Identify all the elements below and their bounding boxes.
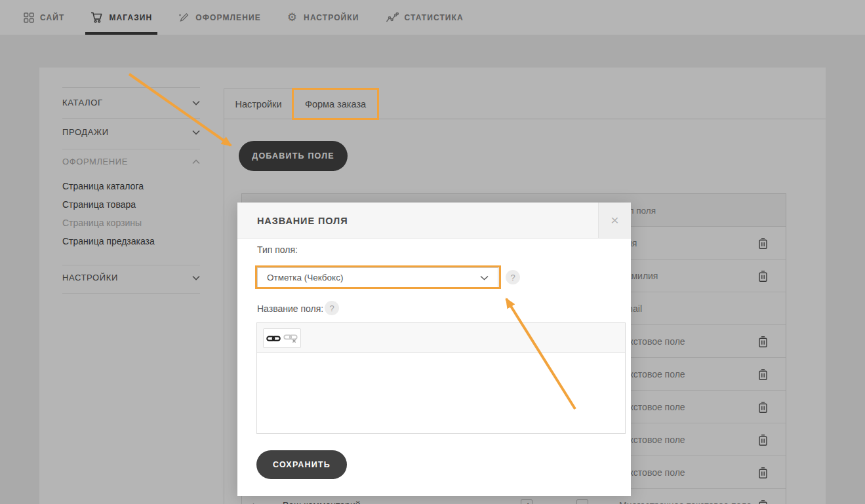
field-type-selected-value: Отметка (Чекбокс) <box>267 273 343 282</box>
save-button[interactable]: СОХРАНИТЬ <box>256 450 347 479</box>
dialog-header: НАЗВАНИЕ ПОЛЯ × <box>237 203 631 239</box>
field-type-select[interactable]: Отметка (Чекбокс) <box>257 267 498 288</box>
editor-toolbar <box>257 323 625 353</box>
field-name-dialog: НАЗВАНИЕ ПОЛЯ × Тип поля: Отметка (Чекбо… <box>237 203 631 496</box>
close-icon[interactable]: × <box>598 203 631 238</box>
field-name-input[interactable] <box>257 353 625 434</box>
field-name-editor <box>256 322 626 434</box>
help-icon[interactable]: ? <box>325 301 339 315</box>
unlink-icon[interactable] <box>283 334 298 343</box>
field-type-label: Тип поля: <box>257 244 298 255</box>
link-icon[interactable] <box>266 334 281 343</box>
dialog-title: НАЗВАНИЕ ПОЛЯ <box>257 203 348 239</box>
editor-link-buttons <box>263 328 301 348</box>
help-icon[interactable]: ? <box>506 270 520 284</box>
chevron-down-icon <box>480 275 489 281</box>
field-name-label: Название поля: <box>257 303 323 314</box>
